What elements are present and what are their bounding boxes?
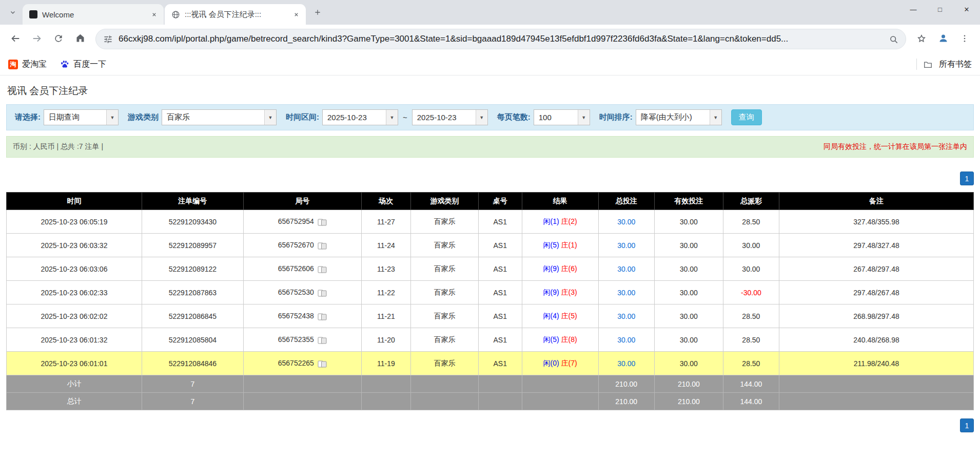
game-type-value: 百家乐 [162,110,264,125]
view-result-icon[interactable] [318,266,327,273]
page-size-label: 每页笔数: [497,112,531,122]
tab-search-button[interactable] [5,5,21,21]
home-button[interactable] [70,29,90,49]
minimize-button[interactable]: — [900,0,927,18]
taobao-icon: 淘 [8,60,18,69]
game-type-cell: 百家乐 [410,281,478,304]
bet-row: 2025-10-23 06:01:32522912085804656752355… [7,328,974,352]
bookmark-baidu[interactable]: 百度一下 [60,59,106,70]
chevron-down-icon[interactable]: ▼ [578,110,590,125]
total-bet-cell: 30.00 [598,281,654,304]
total-bet-link[interactable]: 30.00 [617,289,635,297]
tab-welcome[interactable]: Welcome [23,4,164,25]
banker-result: 庄(5) [561,312,577,320]
chevron-down-icon[interactable]: ▼ [476,110,487,125]
summary-cell [243,393,361,410]
bookmark-star-button[interactable] [911,29,932,49]
date-from-combobox[interactable]: 2025-10-23 ▼ [322,109,398,125]
bet-row: 2025-10-23 06:03:06522912089122656752606… [7,257,974,281]
view-result-icon[interactable] [318,313,327,320]
query-type-value: 日期查询 [44,110,106,125]
query-type-combobox[interactable]: 日期查询 ▼ [44,109,119,125]
total-bet-link[interactable]: 30.00 [617,265,635,273]
round-number: 656752606 [278,264,314,273]
site-settings-icon[interactable] [103,34,113,44]
time-cell: 2025-10-23 06:03:32 [7,234,142,257]
summary-cell [522,375,598,393]
payout-cell: 28.50 [723,328,779,352]
view-result-icon[interactable] [318,337,327,344]
view-result-icon[interactable] [318,360,327,368]
total-bet-link[interactable]: 30.00 [617,241,635,250]
payout-cell: 28.50 [723,210,779,234]
summary-cell: 210.00 [598,393,654,410]
address-bar[interactable]: 66cxkj98.com/ipl/portal.php/game/betreco… [95,29,906,49]
chevron-down-icon [9,9,16,17]
round-cell: 656752954 [243,210,361,234]
date-to-combobox[interactable]: 2025-10-23 ▼ [412,109,488,125]
page-1-button[interactable]: 1 [960,172,974,185]
valid-bet-cell: 30.00 [654,210,723,234]
pagination-top: 1 [6,172,974,185]
total-bet-cell: 30.00 [598,234,654,257]
new-tab-button[interactable] [310,5,325,21]
total-bet-link[interactable]: 30.00 [617,218,635,226]
view-result-icon[interactable] [318,242,327,250]
pagination-bottom: 1 [6,418,974,432]
maximize-button[interactable]: □ [927,0,953,18]
back-button[interactable] [5,29,26,49]
all-bookmarks-button[interactable]: 所有书签 [916,59,972,70]
bookmark-label: 百度一下 [73,59,106,70]
bet-row: 2025-10-23 06:02:33522912087863656752530… [7,281,974,304]
game-type-cell: 百家乐 [410,234,478,257]
page-size-combobox[interactable]: 100 ▼ [534,109,590,125]
tab-title: Welcome [42,10,144,19]
summary-cell [361,375,410,393]
view-result-icon[interactable] [318,290,327,297]
page-size-value: 100 [534,110,578,125]
kebab-menu-icon [960,34,969,45]
chevron-down-icon[interactable]: ▼ [386,110,398,125]
column-header: 时间 [7,193,142,210]
select-label: 请选择: [15,112,41,122]
chevron-down-icon[interactable]: ▼ [710,110,721,125]
sort-label: 时间排序: [599,112,633,122]
banker-result: 庄(8) [561,335,577,344]
summary-cell [779,393,974,410]
banker-result: 庄(2) [561,217,577,225]
bet-id-cell: 522912086845 [142,304,243,328]
tab-close-icon[interactable] [291,9,302,20]
bookmark-label: 爱淘宝 [22,59,47,70]
total-bet-link[interactable]: 30.00 [617,336,635,344]
menu-button[interactable] [954,29,975,49]
page-1-button[interactable]: 1 [960,418,974,432]
search-button[interactable]: 查询 [731,109,762,125]
close-button[interactable]: ✕ [953,0,980,18]
total-bet-link[interactable]: 30.00 [617,312,635,320]
chevron-down-icon[interactable]: ▼ [264,110,276,125]
summary-cell: 210.00 [598,375,654,393]
profile-button[interactable] [933,29,953,49]
round-number: 656752355 [278,335,314,344]
total-bet-link[interactable]: 30.00 [617,359,635,368]
note-cell: 297.48/327.48 [779,234,974,257]
payout-cell: 30.00 [723,234,779,257]
tab-close-icon[interactable] [149,9,160,20]
table-no-cell: AS1 [478,210,522,234]
result-cell: 闲(5) 庄(1) [522,234,598,257]
tab-bet-record[interactable]: :::视讯 会员下注纪录::: [165,4,306,25]
page-content: 视讯 会员下注纪录 请选择: 日期查询 ▼ 游戏类别 百家乐 ▼ 时间区间: 2… [0,84,980,432]
zoom-icon[interactable] [889,34,898,44]
sort-combobox[interactable]: 降幂(由大到小) ▼ [636,109,722,125]
time-cell: 2025-10-23 06:01:32 [7,328,142,352]
forward-button[interactable] [27,29,47,49]
chevron-down-icon[interactable]: ▼ [106,110,118,125]
game-type-combobox[interactable]: 百家乐 ▼ [162,109,277,125]
session-cell: 11-20 [361,328,410,352]
summary-bar: 币别 : 人民币 | 总共 :7 注单 | 同局有效投注，统一计算在该局第一张注… [6,136,974,158]
game-type-cell: 百家乐 [410,210,478,234]
reload-button[interactable] [48,29,69,49]
view-result-icon[interactable] [318,219,327,226]
bookmark-aitaobao[interactable]: 淘 爱淘宝 [8,59,47,70]
summary-cell: 210.00 [654,393,723,410]
